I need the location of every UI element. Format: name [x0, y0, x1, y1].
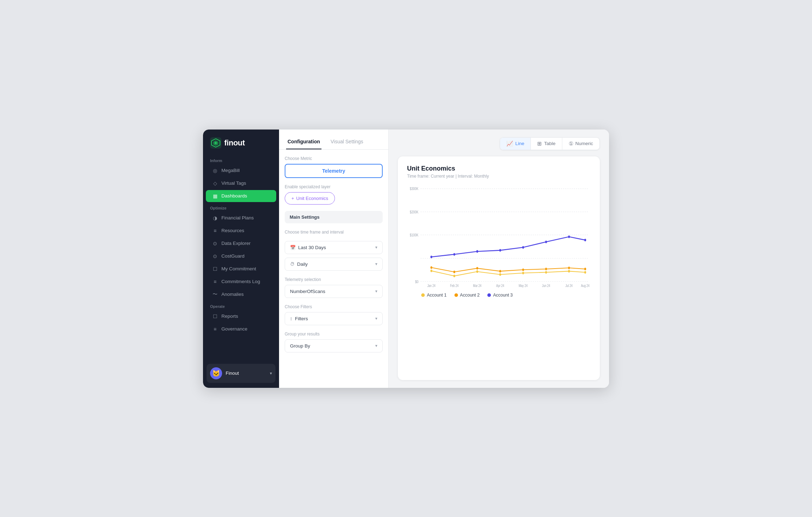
svg-point-36	[584, 268, 586, 270]
app-name: finout	[224, 138, 245, 148]
svg-point-37	[430, 255, 432, 258]
group-section: Group your results Group By ▾	[285, 332, 383, 352]
svg-point-40	[499, 249, 501, 251]
time-frame-value: Last 30 Days	[298, 245, 375, 250]
interval-dropdown[interactable]: ⏱ Daily ▾	[285, 258, 383, 271]
sidebar-item-dashboards[interactable]: ▦ Dashboards	[206, 190, 276, 202]
telemetry-label: Telemetry selection	[285, 277, 383, 282]
telemetry-dropdown[interactable]: NumberOfScans ▾	[285, 285, 383, 298]
svg-point-35	[568, 266, 570, 269]
specialized-layer-section: Enable specialized layer + Unit Economic…	[285, 184, 383, 205]
guard-icon: ⊙	[212, 253, 218, 259]
svg-point-34	[545, 268, 547, 270]
filters-value: Filters	[295, 316, 375, 321]
sidebar-item-costguard[interactable]: ⊙ CostGuard	[206, 250, 276, 262]
sidebar-bottom: 🐱 Finout ▾	[203, 359, 279, 388]
view-btn-table[interactable]: ⊞ Table	[531, 138, 562, 150]
section-label-optimize: Optimize	[203, 202, 279, 212]
sidebar-item-commitments-log[interactable]: ≡ Commitments Log	[206, 276, 276, 288]
svg-point-24	[499, 273, 501, 276]
svg-point-26	[545, 271, 547, 273]
time-frame-dropdown[interactable]: 📅 Last 30 Days ▾	[285, 241, 383, 254]
plus-icon: +	[291, 196, 294, 201]
chevron-down-icon: ▾	[375, 343, 377, 348]
app-container: finout Inform ◎ MegaBill ◇ Virtual Tags …	[203, 130, 609, 388]
sidebar-item-financial-plans[interactable]: ◑ Financial Plans	[206, 212, 276, 224]
svg-text:Apr 24: Apr 24	[496, 283, 504, 287]
tag-icon: ◇	[212, 180, 218, 186]
chart-icon: ◑	[212, 215, 218, 221]
config-body: Choose Metric Telemetry Enable specializ…	[279, 150, 388, 359]
svg-text:$300K: $300K	[410, 186, 419, 191]
svg-point-23	[476, 270, 478, 272]
svg-text:Jan 24: Jan 24	[427, 283, 435, 287]
content-body: Configuration Visual Settings Choose Met…	[279, 130, 609, 388]
section-label-inform: Inform	[203, 155, 279, 164]
svg-point-42	[545, 240, 547, 243]
choose-metric-label: Choose Metric	[285, 156, 383, 161]
telemetry-value: NumberOfScans	[290, 289, 375, 294]
svg-text:Aug 24: Aug 24	[581, 283, 590, 287]
sidebar-item-virtual-tags[interactable]: ◇ Virtual Tags	[206, 177, 276, 189]
view-label-numeric: Numeric	[575, 141, 593, 146]
time-frame-section: Choose time frame and interval 📅 Last 30…	[285, 230, 383, 271]
telemetry-section: Telemetry selection NumberOfScans ▾	[285, 277, 383, 298]
commitment-icon: ☐	[212, 266, 218, 272]
sidebar-label-resources: Resources	[221, 228, 244, 233]
resources-icon: ≡	[212, 228, 218, 234]
svg-point-44	[584, 239, 586, 241]
svg-point-38	[453, 253, 455, 255]
metric-button[interactable]: Telemetry	[285, 164, 383, 178]
svg-text:$100K: $100K	[410, 232, 419, 237]
svg-point-29	[430, 266, 432, 269]
line-chart-icon: 📈	[506, 140, 513, 147]
sidebar-item-data-explorer[interactable]: ⊙ Data Explorer	[206, 237, 276, 249]
chart-title: Unit Economics	[407, 165, 591, 172]
user-menu[interactable]: 🐱 Finout ▾	[207, 364, 276, 383]
view-btn-numeric[interactable]: ① Numeric	[562, 138, 599, 150]
group-label: Group your results	[285, 332, 383, 337]
svg-point-41	[522, 246, 524, 248]
interval-value: Daily	[297, 262, 375, 267]
sidebar-item-resources[interactable]: ≡ Resources	[206, 225, 276, 237]
time-frame-label: Choose time frame and interval	[285, 230, 383, 235]
svg-point-43	[568, 235, 570, 238]
chart-subtitle: Time frame: Current year | Interval: Mon…	[407, 174, 591, 179]
svg-text:Feb 24: Feb 24	[450, 283, 459, 287]
sidebar-item-megabill[interactable]: ◎ MegaBill	[206, 165, 276, 177]
sidebar-item-anomalies[interactable]: 〜 Anomalies	[206, 288, 276, 300]
sidebar-label-commitments-log: Commitments Log	[221, 279, 260, 284]
svg-point-3	[215, 142, 217, 144]
chevron-down-icon: ▾	[375, 262, 377, 266]
filters-dropdown[interactable]: ⫶ Filters ▾	[285, 312, 383, 325]
choose-metric-section: Choose Metric Telemetry	[285, 156, 383, 178]
legend-label-account3: Account 3	[493, 293, 513, 298]
chart-toolbar: 📈 Line ⊞ Table ① Numeric	[398, 137, 600, 150]
legend-dot-account3	[487, 293, 491, 297]
sidebar-label-governance: Governance	[221, 326, 248, 332]
calendar-icon: 📅	[290, 245, 296, 250]
legend-dot-account2	[454, 293, 458, 297]
tab-configuration[interactable]: Configuration	[286, 136, 321, 149]
filters-section: Choose Filters ⫶ Filters ▾	[285, 304, 383, 325]
sidebar-item-reports[interactable]: ☐ Reports	[206, 310, 276, 322]
sidebar-item-governance[interactable]: ≡ Governance	[206, 323, 276, 335]
dollar-icon: ◎	[212, 168, 218, 173]
svg-text:Jul 24: Jul 24	[566, 283, 573, 287]
svg-point-25	[522, 271, 524, 274]
svg-text:Jun 24: Jun 24	[542, 283, 550, 287]
avatar: 🐱	[210, 367, 222, 379]
chart-area: 📈 Line ⊞ Table ① Numeric	[389, 130, 609, 388]
specialized-btn[interactable]: + Unit Economics	[285, 192, 335, 205]
view-btn-line[interactable]: 📈 Line	[500, 138, 531, 150]
group-dropdown[interactable]: Group By ▾	[285, 339, 383, 352]
table-icon: ⊞	[537, 140, 542, 147]
governance-icon: ≡	[212, 326, 218, 332]
sidebar-label-data-explorer: Data Explorer	[221, 241, 251, 246]
legend-account1: Account 1	[421, 293, 447, 298]
tab-visual-settings[interactable]: Visual Settings	[329, 136, 365, 149]
log-icon: ≡	[212, 279, 218, 285]
svg-point-22	[453, 275, 455, 277]
chevron-down-icon: ▾	[270, 371, 272, 376]
sidebar-item-my-commitment[interactable]: ☐ My Commitment	[206, 263, 276, 275]
